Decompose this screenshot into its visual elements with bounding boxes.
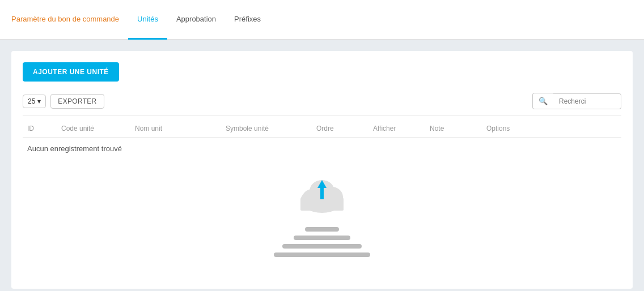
export-button[interactable]: EXPORTER (50, 94, 104, 109)
search-input[interactable] (553, 93, 621, 109)
per-page-value: 25 (28, 97, 35, 105)
search-icon-button[interactable]: 🔍 (532, 93, 553, 109)
empty-illustration (23, 171, 621, 274)
content-card: AJOUTER UNE UNITÉ 25 ▾ EXPORTER 🔍 ID Cod… (11, 51, 633, 289)
table-header: ID Code unité Nom unit Symbole unité Ord… (23, 120, 621, 138)
col-nom-unit: Nom unit (130, 125, 221, 132)
add-unit-button[interactable]: AJOUTER UNE UNITÉ (23, 62, 119, 82)
tab-params[interactable]: Paramètre du bon de commande (11, 0, 128, 40)
col-symbole-unite: Symbole unité (221, 125, 312, 132)
col-ordre: Ordre (312, 125, 368, 132)
tab-approbation[interactable]: Approbation (167, 0, 225, 40)
empty-message: Aucun enregistrement trouvé (27, 144, 122, 153)
tab-unites[interactable]: Unités (128, 0, 167, 40)
line-4 (274, 253, 370, 257)
col-code-unite: Code unité (57, 125, 130, 132)
toolbar-row: 25 ▾ EXPORTER 🔍 (23, 93, 621, 109)
per-page-select[interactable]: 25 ▾ (23, 95, 46, 108)
cloud-icon (291, 171, 353, 218)
col-id: ID (23, 125, 57, 132)
line-1 (305, 227, 339, 232)
tab-prefixes[interactable]: Préfixes (225, 0, 270, 40)
top-nav-bar: Paramètre du bon de commande Unités Appr… (0, 0, 644, 40)
lines-group (274, 227, 370, 257)
col-afficher: Afficher (368, 125, 425, 132)
divider (23, 115, 621, 115)
toolbar-right: 🔍 (532, 93, 621, 109)
main-content: AJOUTER UNE UNITÉ 25 ▾ EXPORTER 🔍 ID Cod… (0, 40, 644, 291)
line-2 (294, 236, 350, 240)
search-icon: 🔍 (539, 97, 548, 105)
col-note: Note (425, 125, 482, 132)
line-3 (282, 244, 362, 249)
per-page-arrow: ▾ (37, 97, 41, 105)
col-options: Options (482, 125, 550, 132)
svg-rect-4 (300, 198, 344, 211)
empty-row: Aucun enregistrement trouvé (23, 138, 621, 160)
toolbar-left: 25 ▾ EXPORTER (23, 94, 104, 109)
